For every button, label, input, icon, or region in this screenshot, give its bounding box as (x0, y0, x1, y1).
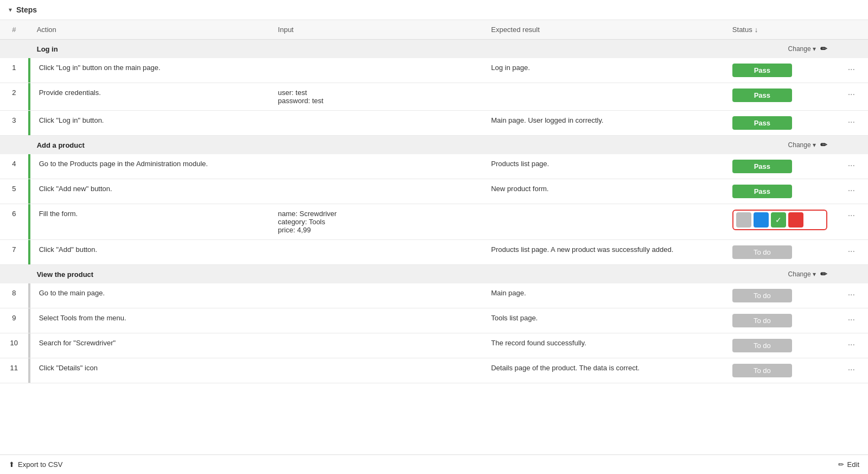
table-row: 7 Click "Add" button. Products list page… (0, 240, 868, 265)
sort-chevron-icon: ↓ (755, 26, 758, 34)
step-num-cell: 6 (0, 204, 28, 240)
status-pass-button[interactable]: Pass (732, 89, 792, 102)
step-num-cell: 10 (0, 333, 28, 358)
col-header-dots (836, 20, 868, 40)
step-dots-cell: ··· (836, 204, 868, 240)
step-action-cell: Provide credentials. (28, 83, 270, 111)
step-expected-cell: Tools list page. (482, 308, 724, 333)
status-todo-button[interactable]: To do (732, 289, 792, 302)
step-action-cell: Go to the main page. (28, 283, 270, 308)
step-status-cell: To do (724, 308, 836, 333)
row-menu-button[interactable]: ··· (845, 64, 858, 75)
row-menu-button[interactable]: ··· (845, 289, 858, 301)
steps-chevron-icon[interactable]: ▾ (9, 6, 12, 14)
edit-label: Edit (847, 460, 859, 469)
group-edit-icon-add_product[interactable]: ✏ (820, 140, 827, 150)
step-expected-cell: Log in page. (482, 58, 724, 83)
step-expected-cell (482, 83, 724, 111)
status-label: Status (732, 26, 752, 34)
step-action-cell: Click "Add" button. (28, 240, 270, 265)
status-pass-button[interactable]: Pass (732, 64, 792, 77)
table-row: 11 Click "Details" icon Details page of … (0, 358, 868, 383)
step-expected-cell: New product form. (482, 179, 724, 204)
col-header-input: Input (269, 20, 482, 40)
status-btn-green[interactable]: ✓ (771, 212, 786, 227)
change-button-view_product[interactable]: Change ▾ (788, 270, 816, 278)
status-todo-button[interactable]: To do (732, 364, 792, 377)
col-header-expected: Expected result (482, 20, 724, 40)
step-status-cell: To do (724, 240, 836, 265)
step-status-cell: ✓ (724, 204, 836, 240)
step-action-cell: Click "Details" icon (28, 358, 270, 383)
group-row-add_product: Add a product Change ▾ ✏ (0, 136, 868, 155)
status-pass-button[interactable]: Pass (732, 185, 792, 198)
group-num-cell (0, 136, 28, 155)
edit-button[interactable]: ✏ Edit (838, 460, 859, 469)
col-header-status[interactable]: Status ↓ (724, 20, 836, 40)
steps-title: Steps (16, 5, 37, 14)
status-todo-button[interactable]: To do (732, 339, 792, 352)
step-dots-cell: ··· (836, 111, 868, 136)
step-input-cell (269, 111, 482, 136)
row-menu-button[interactable]: ··· (845, 364, 858, 376)
step-status-cell: Pass (724, 83, 836, 111)
status-todo-button[interactable]: To do (732, 314, 792, 327)
step-dots-cell: ··· (836, 358, 868, 383)
step-input-cell: user: testpassword: test (269, 83, 482, 111)
row-menu-button[interactable]: ··· (845, 185, 858, 197)
row-menu-button[interactable]: ··· (845, 314, 858, 326)
group-edit-icon-login[interactable]: ✏ (820, 44, 827, 54)
step-dots-cell: ··· (836, 58, 868, 83)
step-input-cell (269, 283, 482, 308)
step-input-cell (269, 308, 482, 333)
step-action-cell: Go to the Products page in the Administr… (28, 154, 270, 179)
status-pass-button[interactable]: Pass (732, 116, 792, 130)
change-chevron-icon: ▾ (813, 45, 816, 53)
row-menu-button[interactable]: ··· (845, 89, 858, 100)
step-num-cell: 9 (0, 308, 28, 333)
group-dots-cell (836, 40, 868, 59)
row-menu-button[interactable]: ··· (845, 245, 858, 257)
status-btn-gray[interactable] (736, 212, 751, 227)
group-actions-cell: Change ▾ ✏ (724, 136, 836, 155)
pencil-icon: ✏ (838, 460, 844, 469)
row-menu-button[interactable]: ··· (845, 210, 858, 222)
row-menu-button[interactable]: ··· (845, 116, 858, 128)
group-num-cell (0, 40, 28, 59)
step-expected-cell: Main page. (482, 283, 724, 308)
status-btn-blue[interactable] (754, 212, 769, 227)
step-action-cell: Click "Log in" button on the main page. (28, 58, 270, 83)
step-dots-cell: ··· (836, 179, 868, 204)
export-csv-button[interactable]: ⬆ Export to CSV (9, 460, 62, 469)
table-row: 4 Go to the Products page in the Adminis… (0, 154, 868, 179)
step-status-cell: Pass (724, 111, 836, 136)
status-selector: ✓ (732, 210, 827, 230)
step-action-cell: Click "Add new" button. (28, 179, 270, 204)
step-status-cell: To do (724, 283, 836, 308)
step-action-cell: Click "Log in" button. (28, 111, 270, 136)
step-input-cell (269, 333, 482, 358)
step-status-cell: Pass (724, 179, 836, 204)
main-container: ▾ Steps # Action Input Expected result S… (0, 0, 868, 474)
status-todo-button[interactable]: To do (732, 245, 792, 259)
table-row: 10 Search for "Screwdriver" The record f… (0, 333, 868, 358)
table-row: 9 Select Tools from the menu. Tools list… (0, 308, 868, 333)
table-row: 6 Fill the form. name: Screwdrivercatego… (0, 204, 868, 240)
step-action-cell: Select Tools from the menu. (28, 308, 270, 333)
step-status-cell: To do (724, 333, 836, 358)
group-edit-icon-view_product[interactable]: ✏ (820, 269, 827, 279)
change-button-add_product[interactable]: Change ▾ (788, 141, 816, 149)
step-expected-cell: Products list page. (482, 154, 724, 179)
status-sort-button[interactable]: Status ↓ (732, 26, 827, 34)
step-input-cell (269, 58, 482, 83)
group-label-cell: Add a product (28, 136, 724, 155)
change-chevron-icon: ▾ (813, 141, 816, 149)
row-menu-button[interactable]: ··· (845, 160, 858, 172)
change-button-login[interactable]: Change ▾ (788, 45, 816, 53)
step-num-cell: 5 (0, 179, 28, 204)
status-pass-button[interactable]: Pass (732, 160, 792, 173)
group-label-cell: Log in (28, 40, 724, 59)
status-btn-red[interactable] (788, 212, 803, 227)
step-expected-cell (482, 204, 724, 240)
row-menu-button[interactable]: ··· (845, 339, 858, 351)
